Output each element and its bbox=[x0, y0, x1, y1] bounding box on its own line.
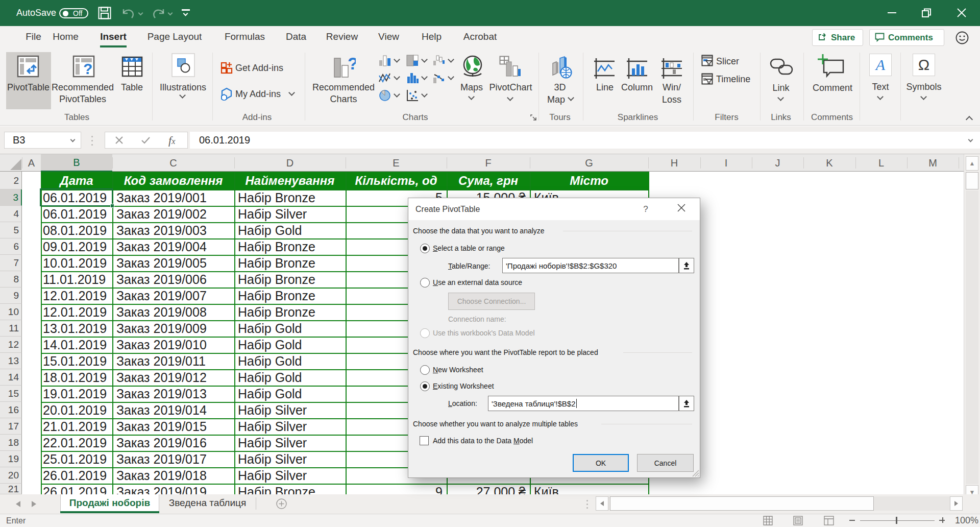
svg-text:?: ? bbox=[83, 60, 92, 77]
svg-text:?: ? bbox=[348, 56, 356, 73]
